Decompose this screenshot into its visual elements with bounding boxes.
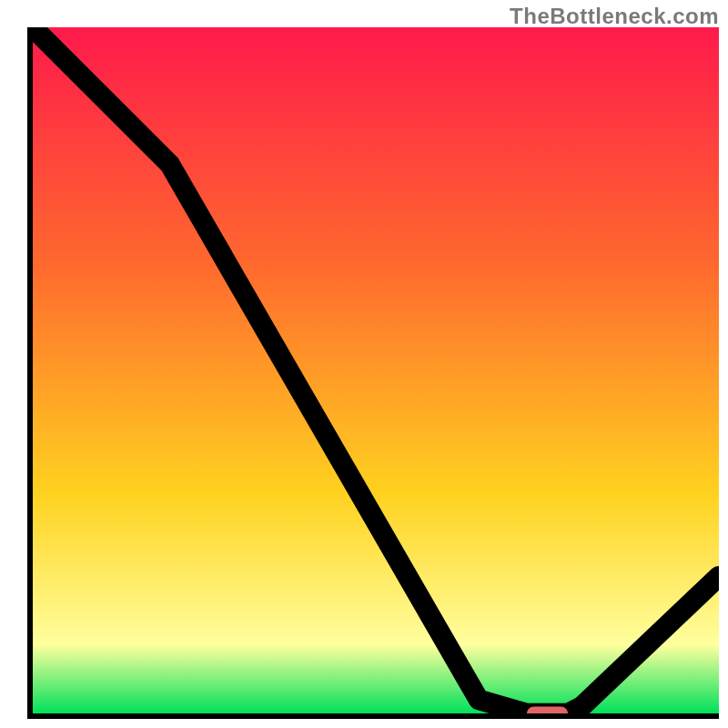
watermark-text: TheBottleneck.com	[510, 4, 719, 29]
chart-frame: TheBottleneck.com	[0, 0, 728, 728]
plot-area	[27, 27, 719, 719]
chart-svg	[33, 27, 719, 713]
bottleneck-curve	[33, 27, 719, 713]
optimal-marker	[527, 706, 568, 719]
